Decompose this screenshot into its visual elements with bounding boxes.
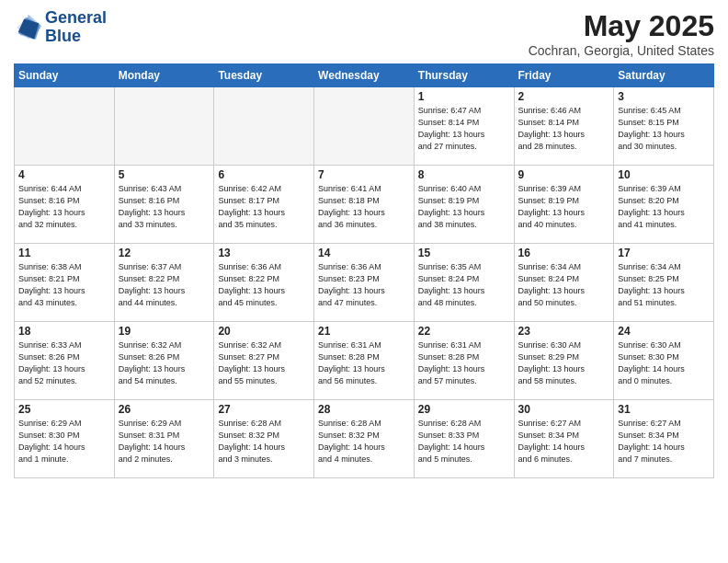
day-info: Sunrise: 6:37 AM Sunset: 8:22 PM Dayligh… xyxy=(119,261,210,309)
day-number: 16 xyxy=(518,247,610,259)
weekday-header-monday: Monday xyxy=(114,64,214,87)
day-info: Sunrise: 6:39 AM Sunset: 8:19 PM Dayligh… xyxy=(518,183,610,231)
title-block: May 2025 Cochran, Georgia, United States xyxy=(529,9,714,58)
calendar-cell xyxy=(214,87,314,166)
calendar-cell: 10Sunrise: 6:39 AM Sunset: 8:20 PM Dayli… xyxy=(614,166,714,244)
calendar-cell: 13Sunrise: 6:36 AM Sunset: 8:22 PM Dayli… xyxy=(214,244,314,322)
calendar-week-2: 4Sunrise: 6:44 AM Sunset: 8:16 PM Daylig… xyxy=(15,166,714,244)
calendar-cell: 14Sunrise: 6:36 AM Sunset: 8:23 PM Dayli… xyxy=(314,244,415,322)
calendar-week-4: 18Sunrise: 6:33 AM Sunset: 8:26 PM Dayli… xyxy=(15,322,714,400)
day-info: Sunrise: 6:29 AM Sunset: 8:31 PM Dayligh… xyxy=(119,418,210,465)
day-number: 11 xyxy=(18,247,110,259)
day-info: Sunrise: 6:31 AM Sunset: 8:28 PM Dayligh… xyxy=(418,339,510,387)
calendar-cell: 1Sunrise: 6:47 AM Sunset: 8:14 PM Daylig… xyxy=(414,87,514,166)
day-info: Sunrise: 6:30 AM Sunset: 8:29 PM Dayligh… xyxy=(518,339,610,387)
calendar-cell: 23Sunrise: 6:30 AM Sunset: 8:29 PM Dayli… xyxy=(514,322,614,400)
day-info: Sunrise: 6:34 AM Sunset: 8:24 PM Dayligh… xyxy=(518,261,610,309)
day-number: 24 xyxy=(618,325,710,338)
day-info: Sunrise: 6:41 AM Sunset: 8:18 PM Dayligh… xyxy=(318,183,410,231)
calendar-cell: 16Sunrise: 6:34 AM Sunset: 8:24 PM Dayli… xyxy=(514,244,614,322)
location: Cochran, Georgia, United States xyxy=(529,43,714,58)
day-info: Sunrise: 6:40 AM Sunset: 8:19 PM Dayligh… xyxy=(418,183,510,231)
day-number: 31 xyxy=(618,403,710,416)
calendar-cell: 19Sunrise: 6:32 AM Sunset: 8:26 PM Dayli… xyxy=(114,322,214,400)
day-info: Sunrise: 6:27 AM Sunset: 8:34 PM Dayligh… xyxy=(518,418,610,465)
calendar-cell: 15Sunrise: 6:35 AM Sunset: 8:24 PM Dayli… xyxy=(414,244,514,322)
calendar-table: SundayMondayTuesdayWednesdayThursdayFrid… xyxy=(14,63,714,478)
day-info: Sunrise: 6:38 AM Sunset: 8:21 PM Dayligh… xyxy=(18,261,110,309)
calendar-cell: 3Sunrise: 6:45 AM Sunset: 8:15 PM Daylig… xyxy=(614,87,714,166)
header: General Blue May 2025 Cochran, Georgia, … xyxy=(14,9,714,58)
logo: General Blue xyxy=(14,9,107,46)
weekday-header-wednesday: Wednesday xyxy=(314,64,415,87)
day-info: Sunrise: 6:36 AM Sunset: 8:22 PM Dayligh… xyxy=(218,261,310,309)
day-number: 3 xyxy=(618,90,710,103)
day-info: Sunrise: 6:35 AM Sunset: 8:24 PM Dayligh… xyxy=(418,261,510,309)
calendar-cell: 31Sunrise: 6:27 AM Sunset: 8:34 PM Dayli… xyxy=(614,400,714,478)
day-number: 9 xyxy=(518,168,610,181)
day-info: Sunrise: 6:42 AM Sunset: 8:17 PM Dayligh… xyxy=(218,183,310,231)
day-number: 19 xyxy=(119,325,210,338)
day-info: Sunrise: 6:31 AM Sunset: 8:28 PM Dayligh… xyxy=(318,339,410,387)
day-number: 2 xyxy=(518,90,610,103)
day-number: 20 xyxy=(218,325,310,338)
day-info: Sunrise: 6:44 AM Sunset: 8:16 PM Dayligh… xyxy=(18,183,110,231)
calendar-cell: 20Sunrise: 6:32 AM Sunset: 8:27 PM Dayli… xyxy=(214,322,314,400)
day-number: 6 xyxy=(218,168,310,181)
day-number: 15 xyxy=(418,247,510,259)
calendar-cell: 11Sunrise: 6:38 AM Sunset: 8:21 PM Dayli… xyxy=(15,244,115,322)
calendar-cell: 30Sunrise: 6:27 AM Sunset: 8:34 PM Dayli… xyxy=(514,400,614,478)
day-info: Sunrise: 6:39 AM Sunset: 8:20 PM Dayligh… xyxy=(618,183,710,231)
day-info: Sunrise: 6:28 AM Sunset: 8:32 PM Dayligh… xyxy=(218,418,310,465)
calendar-cell: 26Sunrise: 6:29 AM Sunset: 8:31 PM Dayli… xyxy=(114,400,214,478)
calendar-cell xyxy=(15,87,115,166)
day-number: 28 xyxy=(318,403,410,416)
calendar-cell: 12Sunrise: 6:37 AM Sunset: 8:22 PM Dayli… xyxy=(114,244,214,322)
day-number: 7 xyxy=(318,168,410,181)
day-number: 1 xyxy=(418,90,510,103)
day-number: 14 xyxy=(318,247,410,259)
day-info: Sunrise: 6:46 AM Sunset: 8:14 PM Dayligh… xyxy=(518,105,610,153)
calendar-cell: 17Sunrise: 6:34 AM Sunset: 8:25 PM Dayli… xyxy=(614,244,714,322)
calendar-cell: 29Sunrise: 6:28 AM Sunset: 8:33 PM Dayli… xyxy=(414,400,514,478)
day-number: 21 xyxy=(318,325,410,338)
weekday-header-tuesday: Tuesday xyxy=(214,64,314,87)
day-info: Sunrise: 6:32 AM Sunset: 8:27 PM Dayligh… xyxy=(218,339,310,387)
calendar-cell: 21Sunrise: 6:31 AM Sunset: 8:28 PM Dayli… xyxy=(314,322,415,400)
day-number: 22 xyxy=(418,325,510,338)
calendar-cell: 4Sunrise: 6:44 AM Sunset: 8:16 PM Daylig… xyxy=(15,166,115,244)
calendar-cell: 27Sunrise: 6:28 AM Sunset: 8:32 PM Dayli… xyxy=(214,400,314,478)
day-number: 25 xyxy=(18,403,110,416)
day-number: 27 xyxy=(218,403,310,416)
calendar-cell: 28Sunrise: 6:28 AM Sunset: 8:32 PM Dayli… xyxy=(314,400,415,478)
day-number: 5 xyxy=(119,168,210,181)
calendar-cell: 18Sunrise: 6:33 AM Sunset: 8:26 PM Dayli… xyxy=(15,322,115,400)
calendar-cell xyxy=(114,87,214,166)
calendar-week-5: 25Sunrise: 6:29 AM Sunset: 8:30 PM Dayli… xyxy=(15,400,714,478)
weekday-header-saturday: Saturday xyxy=(614,64,714,87)
calendar-cell: 24Sunrise: 6:30 AM Sunset: 8:30 PM Dayli… xyxy=(614,322,714,400)
calendar-week-3: 11Sunrise: 6:38 AM Sunset: 8:21 PM Dayli… xyxy=(15,244,714,322)
day-number: 30 xyxy=(518,403,610,416)
weekday-header-thursday: Thursday xyxy=(414,64,514,87)
day-info: Sunrise: 6:27 AM Sunset: 8:34 PM Dayligh… xyxy=(618,418,710,465)
weekday-header-friday: Friday xyxy=(514,64,614,87)
calendar-cell: 5Sunrise: 6:43 AM Sunset: 8:16 PM Daylig… xyxy=(114,166,214,244)
day-info: Sunrise: 6:28 AM Sunset: 8:33 PM Dayligh… xyxy=(418,418,510,465)
day-number: 26 xyxy=(119,403,210,416)
calendar-cell: 7Sunrise: 6:41 AM Sunset: 8:18 PM Daylig… xyxy=(314,166,415,244)
day-info: Sunrise: 6:30 AM Sunset: 8:30 PM Dayligh… xyxy=(618,339,710,387)
calendar-cell: 22Sunrise: 6:31 AM Sunset: 8:28 PM Dayli… xyxy=(414,322,514,400)
month-title: May 2025 xyxy=(529,9,714,43)
day-number: 17 xyxy=(618,247,710,259)
calendar-cell: 2Sunrise: 6:46 AM Sunset: 8:14 PM Daylig… xyxy=(514,87,614,166)
weekday-header-sunday: Sunday xyxy=(15,64,115,87)
logo-text: General Blue xyxy=(45,9,107,46)
day-info: Sunrise: 6:36 AM Sunset: 8:23 PM Dayligh… xyxy=(318,261,410,309)
calendar-cell: 6Sunrise: 6:42 AM Sunset: 8:17 PM Daylig… xyxy=(214,166,314,244)
day-info: Sunrise: 6:45 AM Sunset: 8:15 PM Dayligh… xyxy=(618,105,710,153)
day-number: 10 xyxy=(618,168,710,181)
day-number: 13 xyxy=(218,247,310,259)
day-number: 18 xyxy=(18,325,110,338)
day-info: Sunrise: 6:47 AM Sunset: 8:14 PM Dayligh… xyxy=(418,105,510,153)
